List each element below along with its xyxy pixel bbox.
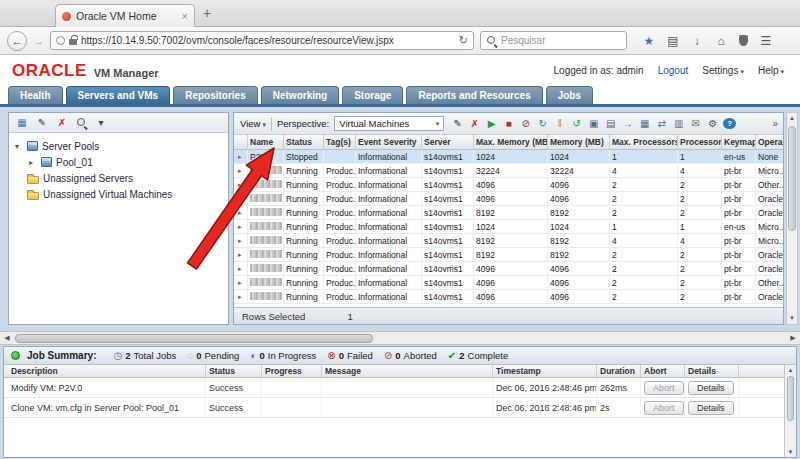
horizontal-scrollbar[interactable]: ◀ ▶: [0, 331, 800, 345]
job-scroll-up-icon[interactable]: ▲: [785, 365, 796, 375]
edit-icon[interactable]: ✎: [36, 117, 48, 129]
scroll-down-icon[interactable]: ▼: [787, 313, 797, 324]
tree-item-unassigned-virtual-machines[interactable]: Unassigned Virtual Machines: [11, 186, 226, 202]
column-header-max-memory-mb[interactable]: Max. Memory (MB): [474, 135, 548, 149]
column-header-duration[interactable]: Duration: [597, 365, 641, 377]
column-header-name[interactable]: Name: [248, 135, 284, 149]
details-button[interactable]: Details: [688, 381, 734, 395]
back-button[interactable]: ←: [7, 31, 27, 51]
column-header-keymap[interactable]: Keymap: [722, 135, 756, 149]
column-header-timestamp[interactable]: Timestamp: [493, 365, 597, 377]
new-tab-button[interactable]: +: [203, 5, 211, 21]
migrate-vm-icon[interactable]: →: [621, 118, 634, 130]
serial-console-icon[interactable]: ▤: [604, 118, 617, 130]
nav-tab-networking[interactable]: Networking: [261, 86, 339, 104]
job-scroll-thumb[interactable]: [787, 376, 794, 421]
messages-icon[interactable]: ✉: [689, 118, 702, 130]
settings-gear-icon[interactable]: ⚙: [706, 118, 719, 130]
toolbar-overflow-icon[interactable]: »: [772, 118, 778, 129]
column-header-opera[interactable]: Opera...: [756, 135, 783, 149]
vm-table-row[interactable]: ▸RunningProduc...Informationals14ovms140…: [234, 262, 783, 276]
tree-item-pool-01[interactable]: ▸Pool_01: [11, 154, 226, 170]
job-vertical-scrollbar[interactable]: ▲ ▼: [784, 365, 796, 457]
column-header-server[interactable]: Server: [422, 135, 474, 149]
browser-tab[interactable]: Oracle VM Home ×: [55, 4, 195, 27]
menu-down-icon[interactable]: ▾: [95, 117, 107, 129]
abort-button[interactable]: Abort: [644, 381, 684, 395]
logout-link[interactable]: Logout: [658, 65, 689, 76]
forward-button[interactable]: →: [33, 35, 44, 47]
vm-table-row[interactable]: ▸RunningProduc...Informationals14ovms181…: [234, 206, 783, 220]
scroll-left-icon[interactable]: ◀: [0, 332, 14, 344]
column-header-message[interactable]: Message: [322, 365, 493, 377]
help-icon[interactable]: ?: [723, 118, 736, 129]
shield-icon[interactable]: [739, 35, 748, 46]
vm-table-row[interactable]: ▸RunningProduc...Informationals14ovms181…: [234, 234, 783, 248]
restart-vm-icon[interactable]: ↻: [536, 118, 549, 130]
scroll-right-icon[interactable]: ▶: [786, 332, 800, 344]
edit-vm-icon[interactable]: ✎: [451, 118, 464, 130]
column-header-status[interactable]: Status: [206, 365, 262, 377]
tree-item-server-pools[interactable]: ▾Server Pools: [11, 138, 226, 154]
vm-table-row[interactable]: ▸RunningProduc...Informationals14ovms140…: [234, 276, 783, 290]
vm-table-row[interactable]: ▸RunningProduc...Informationals14ovms181…: [234, 248, 783, 262]
job-row[interactable]: Clone VM: vm.cfg in Server Pool: Pool_01…: [4, 398, 796, 418]
column-header-progress[interactable]: Progress: [262, 365, 322, 377]
abort-button[interactable]: Abort: [644, 401, 684, 415]
horizontal-scroll-thumb[interactable]: [15, 334, 373, 343]
column-header-abort[interactable]: Abort: [641, 365, 685, 377]
tree-expander-icon[interactable]: ▸: [29, 158, 37, 167]
bookmarks-list-icon[interactable]: ▤: [667, 34, 679, 48]
delete-icon[interactable]: ✗: [56, 117, 68, 129]
nav-tab-jobs[interactable]: Jobs: [546, 86, 593, 104]
scroll-up-icon[interactable]: ▲: [787, 113, 797, 124]
job-row[interactable]: Modify VM: P2V.0SuccessDec 06, 2016 2:48…: [4, 378, 796, 398]
column-header-expander[interactable]: [234, 135, 248, 149]
job-scroll-down-icon[interactable]: ▼: [785, 447, 796, 457]
help-menu[interactable]: Help▾: [758, 65, 784, 76]
column-header-processors[interactable]: Processors: [678, 135, 722, 149]
tab-close-icon[interactable]: ×: [182, 10, 188, 22]
delete-vm-icon[interactable]: ✗: [468, 118, 481, 130]
resume-vm-icon[interactable]: ↺: [570, 118, 583, 130]
vm-table-row[interactable]: ▸P2V.0StoppedInformationals14ovms1102410…: [234, 150, 783, 164]
column-header-tag-s[interactable]: Tag(s): [324, 135, 356, 149]
move-vm-icon[interactable]: ⇄: [655, 118, 668, 130]
tree-item-unassigned-servers[interactable]: Unassigned Servers: [11, 170, 226, 186]
kill-vm-icon[interactable]: ⊘: [519, 118, 532, 130]
view-menu[interactable]: View▾: [240, 118, 266, 129]
tree-expander-icon[interactable]: ▾: [15, 142, 23, 151]
nav-tab-repositories[interactable]: Repositories: [173, 86, 258, 104]
url-bar[interactable]: https://10.14.9.50:7002/ovm/console/face…: [50, 31, 474, 50]
downloads-icon[interactable]: ↓: [691, 34, 703, 48]
vm-table-row[interactable]: ▸RunningProduc...Informationals14ovms140…: [234, 290, 783, 304]
menu-icon[interactable]: ☰: [760, 34, 772, 48]
vm-table-row[interactable]: ▸RunningProduc...Informationals14ovms132…: [234, 164, 783, 178]
vm-table-row[interactable]: ▸RunningProduc...Informationals14ovms140…: [234, 178, 783, 192]
content-vertical-scrollbar[interactable]: ▲ ▼: [786, 112, 798, 325]
start-vm-icon[interactable]: ▶: [485, 118, 498, 130]
nav-tab-servers-and-vms[interactable]: Servers and VMs: [66, 86, 171, 104]
column-header-status[interactable]: Status: [284, 135, 324, 149]
nav-tab-storage[interactable]: Storage: [342, 86, 403, 104]
bookmark-star-icon[interactable]: ★: [643, 34, 655, 48]
column-header-description[interactable]: Description: [8, 365, 206, 377]
nav-tab-reports-and-resources[interactable]: Reports and Resources: [406, 86, 542, 104]
console-icon[interactable]: ▣: [587, 118, 600, 130]
vm-table-row[interactable]: ▸RunningProduc...Informationals14ovms140…: [234, 192, 783, 206]
clone-vm-icon[interactable]: ▦: [638, 118, 651, 130]
column-header-max-processors[interactable]: Max. Processors: [610, 135, 678, 149]
vertical-scroll-thumb[interactable]: [788, 126, 796, 231]
tree-view-icon[interactable]: ▦: [16, 117, 28, 129]
vm-table-row[interactable]: ▸RunningProduc...Informationals14ovms110…: [234, 220, 783, 234]
reload-icon[interactable]: ↻: [459, 34, 468, 47]
settings-menu[interactable]: Settings▾: [702, 65, 744, 76]
home-icon[interactable]: ⌂: [715, 34, 727, 48]
details-button[interactable]: Details: [688, 401, 734, 415]
stop-vm-icon[interactable]: ■: [502, 118, 515, 130]
perspective-select[interactable]: Virtual Machines ▾: [334, 116, 444, 131]
search-input[interactable]: Pesquisar: [480, 31, 627, 50]
column-header-event-severity[interactable]: Event Severity: [356, 135, 422, 149]
search-icon[interactable]: [76, 117, 87, 128]
column-header-details[interactable]: Details: [685, 365, 739, 377]
